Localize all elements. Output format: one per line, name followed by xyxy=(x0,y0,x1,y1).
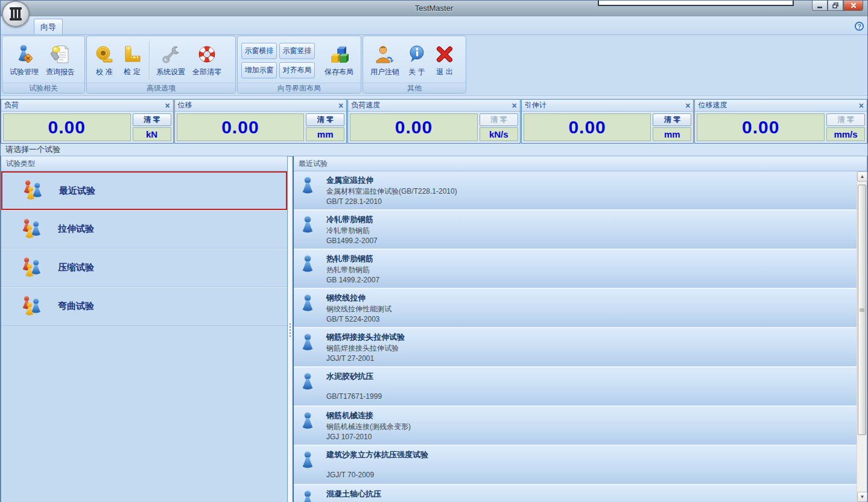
background-window-edge xyxy=(598,1,794,6)
clear-all-button[interactable]: 全部清零 xyxy=(189,42,225,79)
group-label: 其他 xyxy=(363,83,466,93)
windows-horizontal-button[interactable]: 示窗横排 xyxy=(241,43,277,59)
test-description: 冷轧带肋钢筋 xyxy=(326,226,378,236)
close-button[interactable] xyxy=(843,1,863,11)
layout-buttons: 示窗横排 示窗竖排 增加示窗 对齐布局 xyxy=(241,43,315,78)
add-window-button[interactable]: 增加示窗 xyxy=(241,62,277,78)
meter-value: 0.00 xyxy=(742,117,779,138)
button-label: 保存布局 xyxy=(325,67,353,77)
calibration-button[interactable]: 校 准 xyxy=(90,42,118,79)
list-item[interactable]: 钢绞线拉伸钢绞线拉伸性能测试GB/T 5224-2003 xyxy=(294,289,857,328)
panel-splitter[interactable] xyxy=(288,156,293,502)
scroll-down-icon[interactable]: ▼ xyxy=(857,492,867,502)
meter-panels: 负荷 × 0.00 清 零 kN 位移 × 0.00 清 零 mm xyxy=(1,99,867,144)
test-types-header: 试验类型 xyxy=(1,156,287,171)
unit-label: kN xyxy=(133,127,171,141)
test-management-icon xyxy=(14,44,34,65)
meter-body: 0.00 清 零 mm xyxy=(522,112,694,143)
meter-body: 0.00 清 零 kN xyxy=(1,112,173,143)
test-type-label: 拉伸试验 xyxy=(58,223,94,235)
testmaster-window: TestMaster 向导 ? xyxy=(0,0,868,502)
meter-value: 0.00 xyxy=(48,117,86,138)
list-item[interactable]: 钢筋焊接接头拉伸试验钢筋焊接接头拉伸试验JGJ/T 27-2001 xyxy=(294,328,857,367)
test-description xyxy=(326,461,428,470)
meter-title-bar: 位移速度 × xyxy=(695,100,867,112)
meter-body: 0.00 清 零 mm/s xyxy=(695,112,867,143)
align-layout-button[interactable]: 对齐布局 xyxy=(279,62,315,78)
test-description: 热轧带肋钢筋 xyxy=(326,265,379,275)
test-description: 钢筋焊接接头拉伸试验 xyxy=(326,343,405,354)
test-type-tensile[interactable]: 拉伸试验 xyxy=(1,210,287,249)
clear-button[interactable]: 清 零 xyxy=(306,113,344,126)
application-menu-button[interactable] xyxy=(2,1,30,27)
test-title: 水泥胶砂抗压 xyxy=(326,371,382,382)
list-item[interactable]: 水泥胶砂抗压GB/T17671-1999 xyxy=(294,367,857,407)
test-standard: GB1499.2-2007 xyxy=(326,237,378,246)
clear-button: 清 零 xyxy=(826,113,865,126)
windows-vertical-button[interactable]: 示窗竖排 xyxy=(279,43,315,59)
pawn-icon xyxy=(300,214,318,249)
list-item[interactable]: 建筑沙浆立方体抗压强度试验JGJ/T 70-2009 xyxy=(294,446,857,485)
splitter-grip-icon xyxy=(290,323,291,337)
exit-icon xyxy=(434,44,455,65)
system-settings-icon xyxy=(160,44,181,65)
tab-wizard[interactable]: 向导 xyxy=(34,19,63,34)
button-label: 全部清零 xyxy=(192,67,221,77)
verification-button[interactable]: 检 定 xyxy=(118,42,146,79)
test-type-bend[interactable]: 弯曲试验 xyxy=(1,287,287,326)
meter-value: 0.00 xyxy=(221,117,259,138)
clear-button[interactable]: 清 零 xyxy=(133,113,171,126)
group-label: 高级选项 xyxy=(87,83,235,93)
user-logout-button[interactable]: 用户注销 xyxy=(367,42,403,79)
query-report-button[interactable]: 查询报告 xyxy=(42,42,78,79)
pawn-icon xyxy=(300,332,318,366)
pawn-icon xyxy=(300,489,318,502)
restore-button[interactable] xyxy=(828,1,843,11)
about-button[interactable]: 关 于 xyxy=(403,42,431,79)
test-standard: GB 1499.2-2007 xyxy=(326,276,379,285)
test-title: 冷轧带肋钢筋 xyxy=(326,214,378,225)
recent-tests-list: 金属室温拉伸金属材料室温拉伸试验(GB/T228.1-2010)GB/T 228… xyxy=(294,171,857,502)
test-title: 钢筋焊接接头拉伸试验 xyxy=(326,332,405,343)
list-item[interactable]: 金属室温拉伸金属材料室温拉伸试验(GB/T228.1-2010)GB/T 228… xyxy=(294,171,857,211)
meter-title-bar: 位移 × xyxy=(175,100,347,112)
scrollbar-thumb[interactable] xyxy=(858,185,866,435)
scrollbar-grip-icon xyxy=(860,308,864,311)
value-display: 0.00 xyxy=(350,113,478,141)
scroll-up-icon[interactable]: ▲ xyxy=(857,171,867,182)
verification-icon xyxy=(122,44,142,65)
test-description: 钢筋机械连接(测残余变形) xyxy=(326,422,411,432)
ribbon-tab-row: 向导 ? xyxy=(1,16,867,35)
group-advanced-options: 校 准 检 定 xyxy=(86,36,236,94)
test-type-recent[interactable]: 最近试验 xyxy=(1,171,287,210)
recent-tests-panel: 最近试验 金属室温拉伸金属材料室温拉伸试验(GB/T228.1-2010)GB/… xyxy=(293,156,867,502)
value-display: 0.00 xyxy=(177,113,305,141)
list-item[interactable]: 热轧带肋钢筋热轧带肋钢筋GB 1499.2-2007 xyxy=(294,250,857,289)
help-icon[interactable]: ? xyxy=(855,22,864,31)
button-label: 试验管理 xyxy=(10,67,39,77)
close-icon[interactable]: × xyxy=(859,101,864,110)
save-layout-button[interactable]: 保存布局 xyxy=(321,42,357,79)
list-item[interactable]: 钢筋机械连接钢筋机械连接(测残余变形)JGJ 107-2010 xyxy=(294,407,857,446)
close-icon[interactable]: × xyxy=(685,101,690,110)
minimize-button[interactable] xyxy=(812,1,828,11)
test-standard: JGJ/T 27-2001 xyxy=(326,354,405,363)
vertical-scrollbar[interactable]: ▲ ▼ xyxy=(857,171,867,502)
pawn-icon xyxy=(300,293,318,327)
close-icon[interactable]: × xyxy=(165,101,169,110)
close-icon[interactable]: × xyxy=(512,101,517,110)
pawn-icon xyxy=(300,175,318,209)
test-management-button[interactable]: 试验管理 xyxy=(6,42,42,79)
test-type-label: 弯曲试验 xyxy=(58,300,94,312)
clear-button[interactable]: 清 零 xyxy=(653,113,691,126)
meter-value: 0.00 xyxy=(568,117,606,138)
list-item[interactable]: 混凝土轴心抗压 xyxy=(294,485,857,502)
test-types-panel: 试验类型 最近试验 拉伸试验 xyxy=(1,156,288,502)
system-settings-button[interactable]: 系统设置 xyxy=(153,42,189,79)
exit-button[interactable]: 退 出 xyxy=(431,42,458,79)
test-title: 热轧带肋钢筋 xyxy=(326,253,379,264)
about-icon xyxy=(407,44,427,65)
list-item[interactable]: 冷轧带肋钢筋冷轧带肋钢筋GB1499.2-2007 xyxy=(294,211,857,250)
test-type-compression[interactable]: 压缩试验 xyxy=(1,249,287,287)
close-icon[interactable]: × xyxy=(338,101,343,110)
